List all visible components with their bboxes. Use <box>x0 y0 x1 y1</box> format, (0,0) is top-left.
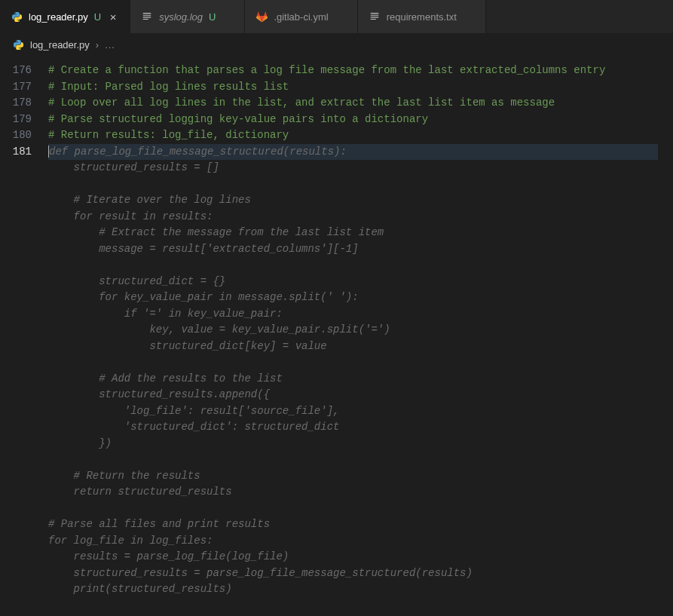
code-line[interactable]: for key_value_pair in message.split(' ')… <box>48 290 658 306</box>
line-number <box>0 306 32 323</box>
code-line[interactable]: key, value = key_value_pair.split('=') <box>48 322 658 339</box>
close-icon[interactable]: × <box>107 11 119 23</box>
code-line[interactable] <box>48 501 658 517</box>
code-line[interactable]: 'structured_dict': structured_dict <box>48 419 658 436</box>
tab-requirements-txt[interactable]: requirements.txt× <box>358 0 486 33</box>
tab-label: .gitlab-ci.yml <box>274 11 328 23</box>
line-number <box>0 581 32 598</box>
breadcrumb[interactable]: log_reader.py › ... <box>0 34 673 55</box>
line-number: 177 <box>0 79 32 96</box>
code-line[interactable] <box>48 176 658 193</box>
tab-label: syslog.log <box>159 11 203 23</box>
code-line[interactable]: # Add the results to the list <box>48 371 658 388</box>
line-number <box>0 354 32 371</box>
line-number <box>0 274 32 290</box>
line-number <box>0 501 32 517</box>
line-number <box>0 209 32 225</box>
code-line[interactable]: if '=' in key_value_pair: <box>48 306 658 323</box>
tab-label: log_reader.py <box>29 11 88 23</box>
code-line[interactable]: structured_results = parse_log_file_mess… <box>48 565 658 582</box>
code-line[interactable] <box>48 354 658 371</box>
line-number: 178 <box>0 95 32 112</box>
code-line[interactable]: structured_results.append({ <box>48 387 658 403</box>
code-line[interactable]: # Parse all files and print results <box>48 516 658 533</box>
line-number <box>0 403 32 420</box>
tab-label: requirements.txt <box>387 11 457 23</box>
code-line[interactable]: structured_dict[key] = value <box>48 339 658 355</box>
line-number <box>0 290 32 306</box>
line-number <box>0 516 32 533</box>
tab-syslog-log[interactable]: syslog.logU× <box>130 0 245 33</box>
python-icon <box>12 38 24 51</box>
code-line[interactable]: # Input: Parsed log lines results list <box>48 79 658 96</box>
gitlab-icon <box>255 11 268 23</box>
code-line[interactable]: for log_file in log_files: <box>48 533 658 550</box>
code-content[interactable]: # Create a function that parses a log fi… <box>48 55 673 616</box>
tab--gitlab-ci-yml[interactable]: .gitlab-ci.yml× <box>245 0 357 33</box>
breadcrumb-file[interactable]: log_reader.py <box>30 39 90 51</box>
code-line[interactable]: # Parse structured logging key-value pai… <box>48 112 658 128</box>
line-number <box>0 241 32 258</box>
line-number <box>0 484 32 501</box>
breadcrumb-trail[interactable]: ... <box>105 39 115 51</box>
code-line[interactable]: message = result['extracted_columns'][-1… <box>48 241 658 258</box>
line-number <box>0 322 32 339</box>
code-line[interactable]: # Return results: log_file, dictionary <box>48 127 658 144</box>
line-number <box>0 339 32 355</box>
line-number: 181 <box>0 144 32 161</box>
minimap[interactable] <box>664 55 673 616</box>
line-number <box>0 257 32 274</box>
lines-icon <box>141 11 153 23</box>
line-number <box>0 192 32 209</box>
code-line[interactable]: # Iterate over the log lines <box>48 192 658 209</box>
code-line[interactable]: structured_results = [] <box>48 160 658 176</box>
tab-log-reader-py[interactable]: log_reader.pyU× <box>0 0 130 33</box>
line-number <box>0 225 32 241</box>
code-line[interactable]: }) <box>48 436 658 452</box>
code-line[interactable]: results = parse_log_file(log_file) <box>48 549 658 565</box>
code-line[interactable] <box>48 257 658 274</box>
code-line[interactable]: def parse_log_file_message_structured(re… <box>48 144 658 161</box>
line-number <box>0 419 32 436</box>
code-line[interactable]: 'log_file': result['source_file'], <box>48 403 658 420</box>
lines-icon <box>369 11 381 23</box>
line-number <box>0 436 32 452</box>
code-line[interactable]: # Extract the message from the last list… <box>48 225 658 241</box>
code-line[interactable]: for result in results: <box>48 209 658 225</box>
line-number <box>0 160 32 176</box>
code-line[interactable] <box>48 452 658 468</box>
code-line[interactable]: # Loop over all log lines in the list, a… <box>48 95 658 112</box>
code-line[interactable]: return structured_results <box>48 484 658 501</box>
vcs-status-letter: U <box>209 11 216 23</box>
line-number <box>0 176 32 193</box>
line-number <box>0 468 32 485</box>
line-number <box>0 549 32 565</box>
line-number-gutter: 176177178179180181 <box>0 55 48 616</box>
line-number: 179 <box>0 112 32 128</box>
line-number <box>0 565 32 582</box>
line-number: 176 <box>0 63 32 79</box>
line-number <box>0 371 32 388</box>
editor-tabs: log_reader.pyU×syslog.logU×.gitlab-ci.ym… <box>0 0 673 34</box>
line-number <box>0 533 32 550</box>
line-number <box>0 452 32 468</box>
code-line[interactable]: print(structured_results) <box>48 581 658 598</box>
code-line[interactable]: # Return the results <box>48 468 658 485</box>
code-line[interactable]: # Create a function that parses a log fi… <box>48 63 658 79</box>
code-line[interactable]: structured_dict = {} <box>48 274 658 290</box>
chevron-right-icon: › <box>96 39 99 51</box>
code-editor[interactable]: 176177178179180181 # Create a function t… <box>0 55 673 616</box>
python-icon <box>11 11 23 23</box>
line-number: 180 <box>0 127 32 144</box>
line-number <box>0 387 32 403</box>
vcs-status-letter: U <box>94 11 101 23</box>
